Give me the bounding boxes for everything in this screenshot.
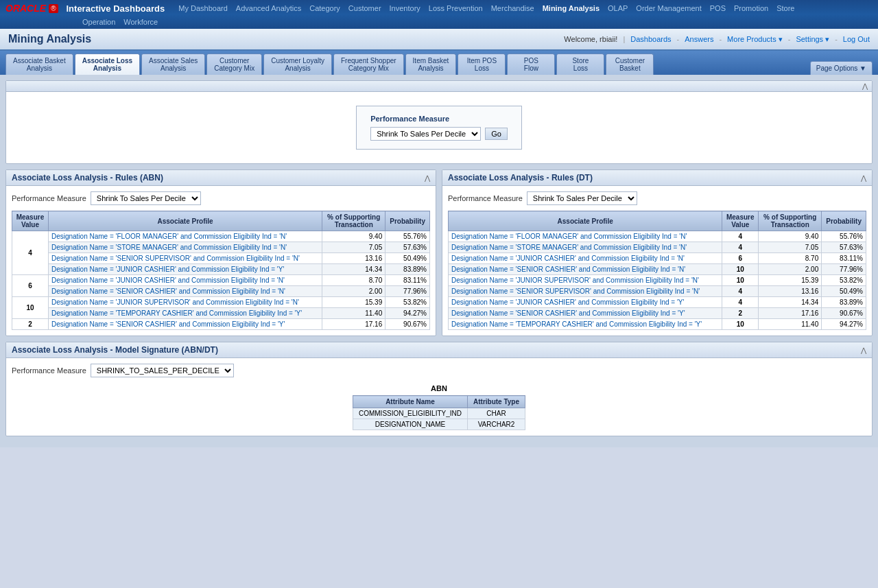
collapse-bottom-btn[interactable]: ⋀ [861,346,866,354]
prob-cell: 83.89% [385,264,430,275]
profile-cell: Designation Name = 'JUNIOR SUPERVISOR' a… [449,275,722,286]
prob-cell: 50.49% [385,253,430,264]
tab-associate-sales[interactable]: Associate SalesAnalysis [141,54,205,75]
pct-cell: 9.40 [759,231,822,242]
dt-panel-header: Associate Loss Analysis - Rules (DT) ⋀ [442,170,872,186]
profile-cell: Designation Name = 'SENIOR SUPERVISOR' a… [449,286,722,297]
header-logout-link[interactable]: Log Out [843,35,870,43]
header-answers-link[interactable]: Answers [685,35,713,43]
measure-value-cell: 4 [722,286,759,297]
nav-mining-analysis[interactable]: Mining Analysis [543,4,600,12]
measure-value-cell: 4 [722,242,759,253]
header-dashboards-link[interactable]: Dashboards [630,35,671,43]
perf-measure-select[interactable]: Shrink To Sales Per Decile [370,127,481,141]
prob-cell: 55.76% [822,231,866,242]
tab-customer-category[interactable]: CustomerCategory Mix [206,54,262,75]
profile-cell: Designation Name = 'TEMPORARY CASHIER' a… [48,308,322,319]
nav-category[interactable]: Category [309,4,340,12]
sig-attr-name-cell: DESIGNATION_NAME [353,419,467,430]
go-button[interactable]: Go [485,128,508,140]
abn-col-prob: Probability [385,211,430,231]
nav-promotion[interactable]: Promotion [734,4,768,12]
tab-pos-flow[interactable]: POSFlow [507,54,555,75]
top-nav: ORACLE ® Interactive Dashboards My Dashb… [0,0,878,29]
collapse-dt-btn[interactable]: ⋀ [861,174,866,182]
abn-table: MeasureValue Associate Profile % of Supp… [12,211,430,330]
profile-cell: Designation Name = 'JUNIOR CASHIER' and … [449,297,722,308]
abn-col-profile: Associate Profile [48,211,322,231]
prob-cell: 83.11% [385,275,430,286]
page-options-button[interactable]: Page Options ▼ [810,61,873,75]
tabs-bar: Associate BasketAnalysis Associate LossA… [0,51,878,75]
dt-panel: Associate Loss Analysis - Rules (DT) ⋀ P… [442,169,873,336]
pct-cell: 15.39 [759,275,822,286]
table-row: Designation Name = 'JUNIOR CASHIER' and … [449,253,866,264]
dt-col-measure: MeasureValue [722,211,759,231]
table-row: Designation Name = 'FLOOR MANAGER' and C… [449,231,866,242]
dt-panel-body: Performance Measure Shrink To Sales Per … [442,186,872,336]
collapse-abn-btn[interactable]: ⋀ [425,174,430,182]
measure-value-cell: 10 [722,264,759,275]
tab-customer-basket[interactable]: CustomerBasket [606,54,654,75]
page-header: Mining Analysis Welcome, rbiaii! | Dashb… [0,29,878,51]
measure-value-cell: 10 [12,297,49,319]
nav-advanced-analytics[interactable]: Advanced Analytics [236,4,301,12]
pct-cell: 7.05 [322,242,385,253]
table-row: Designation Name = 'SENIOR CASHIER' and … [449,264,866,275]
tab-item-basket[interactable]: Item BasketAnalysis [405,54,457,75]
measure-value-cell: 10 [722,275,759,286]
nav-pos[interactable]: POS [710,4,726,12]
pct-cell: 8.70 [322,275,385,286]
nav-olap[interactable]: OLAP [608,4,628,12]
table-row: DESIGNATION_NAME VARCHAR2 [353,419,525,430]
pct-cell: 7.05 [759,242,822,253]
nav-store[interactable]: Store [776,4,794,12]
pct-cell: 14.34 [759,297,822,308]
tab-associate-basket[interactable]: Associate BasketAnalysis [5,54,73,75]
prob-cell: 50.49% [822,286,866,297]
main-nav: My Dashboard Advanced Analytics Category… [178,4,794,12]
header-more-products-link[interactable]: More Products ▾ [727,35,783,44]
nav-my-dashboard[interactable]: My Dashboard [178,4,228,12]
table-row: Designation Name = 'JUNIOR SUPERVISOR' a… [449,275,866,286]
measure-value-cell: 4 [722,297,759,308]
page-title: Mining Analysis [8,33,91,45]
nav-customer[interactable]: Customer [348,4,381,12]
nav-operation[interactable]: Operation [82,18,115,26]
profile-cell: Designation Name = 'FLOOR MANAGER' and C… [449,231,722,242]
main-content: ⋀ Performance Measure Shrink To Sales Pe… [0,75,878,447]
abn-pm-label: Performance Measure [12,194,86,202]
profile-cell: Designation Name = 'JUNIOR CASHIER' and … [48,275,322,286]
nav-order-management[interactable]: Order Management [636,4,701,12]
header-settings-link[interactable]: Settings ▾ [796,35,829,44]
bottom-panel-body: Performance Measure SHRINK_TO_SALES_PER_… [6,358,872,436]
nav-workforce[interactable]: Workforce [123,18,158,26]
nav-inventory[interactable]: Inventory [390,4,420,12]
abn-section-label: ABN [12,384,866,392]
prob-cell: 55.76% [385,231,430,242]
tab-customer-loyalty[interactable]: Customer LoyaltyAnalysis [263,54,332,75]
dt-pm-select[interactable]: Shrink To Sales Per Decile [527,191,637,205]
tab-associate-loss[interactable]: Associate LossAnalysis [75,54,140,75]
table-row: Designation Name = 'JUNIOR CASHIER' and … [449,297,866,308]
abn-col-measure: MeasureValue [12,211,49,231]
table-row: Designation Name = 'JUNIOR CASHIER' and … [12,264,430,275]
bottom-panel-header: Associate Loss Analysis - Model Signatur… [6,342,872,358]
prob-cell: 77.96% [385,286,430,297]
welcome-text: Welcome, rbiaii! [564,35,617,43]
tab-item-pos[interactable]: Item POSLoss [458,54,506,75]
panel-header-perf: ⋀ [6,81,872,92]
nav-merchandise[interactable]: Merchandise [491,4,534,12]
collapse-perf-btn[interactable]: ⋀ [862,82,868,90]
tab-frequent-shopper[interactable]: Frequent ShopperCategory Mix [333,54,404,75]
abn-pm-select[interactable]: Shrink To Sales Per Decile [91,191,201,205]
tab-store-loss[interactable]: StoreLoss [556,54,604,75]
profile-cell: Designation Name = 'SENIOR CASHIER' and … [48,319,322,330]
profile-cell: Designation Name = 'SENIOR SUPERVISOR' a… [48,253,322,264]
nav-loss-prevention[interactable]: Loss Prevention [429,4,483,12]
pct-cell: 11.40 [759,319,822,330]
dt-pm-label: Performance Measure [448,194,523,202]
table-row: Designation Name = 'SENIOR CASHIER' and … [12,286,430,297]
perf-measure-box: Performance Measure Shrink To Sales Per … [356,106,522,150]
bottom-pm-select[interactable]: SHRINK_TO_SALES_PER_DECILE [91,364,234,377]
